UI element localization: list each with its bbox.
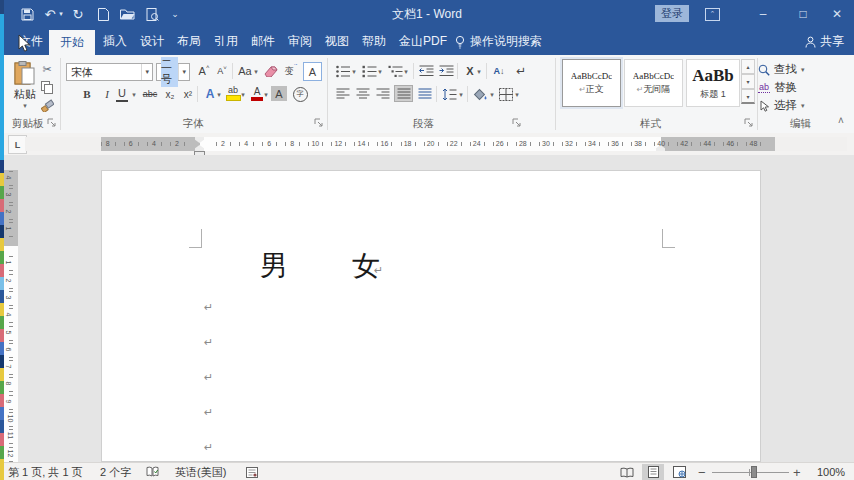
ruler-tick: [723, 142, 724, 146]
minimize-button[interactable]: –: [746, 0, 780, 28]
styles-more-button[interactable]: ▾: [741, 89, 755, 104]
save-button[interactable]: [16, 0, 38, 28]
zoom-out-button[interactable]: −: [698, 465, 706, 479]
grow-font-button[interactable]: A˄: [195, 63, 213, 79]
qat-customize-button[interactable]: ⌄: [168, 0, 182, 28]
align-right-button[interactable]: [374, 86, 392, 102]
v-ruler[interactable]: 4321123456789101112: [4, 170, 18, 462]
ruler-tick: [493, 142, 494, 146]
style-card-normal[interactable]: AaBbCcDc ↵正文: [562, 59, 621, 107]
ruler-number: 32: [565, 140, 573, 147]
print-preview-button[interactable]: [141, 0, 163, 28]
print-layout-icon: [648, 466, 659, 478]
new-document-button[interactable]: [93, 0, 113, 28]
shrink-font-button[interactable]: A˅: [213, 63, 231, 79]
document-text[interactable]: 男: [260, 247, 288, 285]
web-layout-button[interactable]: [668, 464, 690, 480]
tell-me-search[interactable]: 操作说明搜索: [455, 28, 542, 55]
clipboard-dialog-launcher[interactable]: [47, 118, 56, 127]
tab-home[interactable]: 开始: [49, 30, 95, 55]
styles-dialog-launcher[interactable]: [744, 118, 753, 127]
zoom-slider-thumb[interactable]: [751, 466, 757, 478]
zoom-in-button[interactable]: +: [793, 465, 801, 479]
zoom-level-indicator[interactable]: 100%: [817, 465, 845, 479]
style-name: ↵无间隔: [637, 83, 671, 96]
phonetic-guide-button[interactable]: 变 ˊˇ: [282, 63, 300, 79]
multilevel-list-dropdown[interactable]: ▾: [402, 68, 410, 76]
redo-button[interactable]: ↻: [68, 0, 88, 28]
font-size-combo[interactable]: 二号 ▾: [156, 63, 190, 81]
shading-dropdown[interactable]: ▾: [488, 91, 496, 99]
collapse-ribbon-button[interactable]: ˄: [838, 115, 844, 126]
cut-button[interactable]: ✂: [38, 61, 56, 77]
print-layout-button[interactable]: [642, 464, 664, 480]
paste-dropdown[interactable]: ▾: [10, 102, 40, 110]
enclose-characters-button[interactable]: 字: [291, 86, 309, 102]
tab-file[interactable]: 文件: [8, 28, 54, 55]
sort-button[interactable]: A ↓: [490, 63, 508, 79]
clear-formatting-button[interactable]: [262, 63, 280, 79]
bold-button[interactable]: B: [78, 86, 96, 102]
styles-scroll-up-button[interactable]: ▴: [741, 59, 755, 74]
character-border-button[interactable]: A: [303, 62, 322, 81]
login-button[interactable]: 登录: [655, 5, 689, 22]
page-number-indicator[interactable]: 第 1 页, 共 1 页: [8, 465, 83, 479]
find-button[interactable]: 查找 ▾: [758, 62, 805, 77]
font-family-combo[interactable]: 宋体 ▾: [66, 63, 153, 81]
borders-dropdown[interactable]: ▾: [513, 91, 521, 99]
subscript-button[interactable]: x₂: [161, 86, 179, 102]
macro-record-button[interactable]: [246, 465, 258, 479]
line-spacing-icon: [442, 88, 457, 101]
paragraph-dialog-launcher[interactable]: [512, 118, 521, 127]
character-shading-button[interactable]: A: [271, 86, 287, 101]
justify-button[interactable]: [394, 85, 413, 102]
styles-scroll-down-button[interactable]: ▾: [741, 74, 755, 89]
close-button[interactable]: ✕: [820, 0, 854, 28]
strikethrough-button[interactable]: abc: [140, 86, 160, 102]
read-mode-button[interactable]: [616, 464, 638, 480]
word-count-indicator[interactable]: 2 个字: [100, 465, 131, 479]
copy-button[interactable]: [38, 79, 56, 95]
select-button[interactable]: 选择 ▾: [758, 98, 805, 113]
language-indicator[interactable]: 英语(美国): [175, 465, 226, 479]
style-card-no-spacing[interactable]: AaBbCcDc ↵无间隔: [624, 59, 683, 107]
line-spacing-button[interactable]: [440, 86, 458, 102]
style-card-heading1[interactable]: AaBb 标题 1: [686, 59, 740, 107]
highlight-dropdown[interactable]: ▾: [239, 91, 247, 99]
distribute-button[interactable]: [416, 86, 434, 102]
font-color-dropdown[interactable]: ▾: [262, 91, 270, 99]
superscript-button[interactable]: x²: [179, 86, 197, 102]
shading-button[interactable]: [471, 86, 489, 102]
line-spacing-dropdown[interactable]: ▾: [457, 91, 465, 99]
h-ruler[interactable]: 8642246810121416182022242628303234363840…: [25, 137, 847, 151]
show-marks-button[interactable]: ↵: [512, 63, 530, 79]
page[interactable]: 男 女 ↵ ↵↵↵↵↵: [101, 170, 761, 462]
share-button[interactable]: 共享: [805, 28, 844, 55]
text-effects-dropdown[interactable]: ▾: [215, 91, 223, 99]
increase-indent-button[interactable]: [437, 63, 455, 79]
decrease-indent-button[interactable]: [417, 63, 435, 79]
numbering-dropdown[interactable]: ▾: [376, 68, 384, 76]
asian-layout-dropdown[interactable]: ▾: [475, 68, 483, 76]
undo-dropdown[interactable]: ▾: [56, 0, 66, 28]
bullets-dropdown[interactable]: ▾: [350, 68, 358, 76]
ruler-tick: [9, 395, 13, 396]
paste-button[interactable]: 粘贴 ▾: [10, 61, 40, 113]
open-button[interactable]: [116, 0, 138, 28]
ruler-number: 4: [244, 140, 248, 147]
ribbon-display-options-button[interactable]: ⌃: [705, 8, 720, 21]
proofing-status-button[interactable]: [146, 465, 159, 479]
maximize-button[interactable]: □: [786, 0, 820, 28]
underline-button[interactable]: U: [116, 86, 128, 102]
font-dialog-launcher[interactable]: [314, 118, 323, 127]
align-center-button[interactable]: [354, 86, 372, 102]
replace-button[interactable]: ab 替换: [758, 80, 797, 95]
italic-button[interactable]: I: [98, 86, 116, 102]
change-case-dropdown[interactable]: ▾: [252, 68, 260, 76]
tab-kingsoft-pdf[interactable]: 金山PDF: [388, 28, 458, 55]
ruler-tick: [9, 412, 13, 413]
underline-dropdown[interactable]: ▾: [130, 91, 138, 99]
ruler-number: 9: [5, 399, 12, 403]
format-painter-button[interactable]: [38, 97, 56, 113]
align-left-button[interactable]: [334, 86, 352, 102]
